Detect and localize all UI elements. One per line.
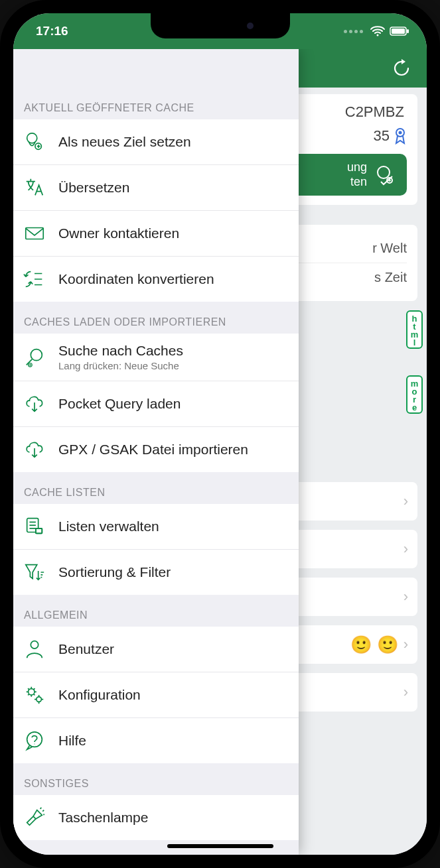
menu-label: GPX / GSAK Datei importieren bbox=[58, 442, 291, 458]
menu-label: Pocket Query laden bbox=[58, 396, 291, 412]
status-time: 17:16 bbox=[36, 24, 68, 38]
menu-item-pocket-query[interactable]: Pocket Query laden bbox=[13, 381, 299, 427]
menu-label: Listen verwalten bbox=[58, 519, 291, 534]
section-header: CACHE LISTEN bbox=[13, 472, 299, 504]
menu-item-convert-coords[interactable]: Koordinaten konvertieren bbox=[13, 257, 299, 302]
cloud-download-icon bbox=[21, 391, 48, 417]
section-header: ALLGEMEIN bbox=[13, 595, 299, 627]
translate-icon bbox=[21, 174, 48, 201]
notch bbox=[151, 13, 290, 38]
menu-label: Benutzer bbox=[58, 641, 291, 657]
help-icon bbox=[21, 727, 48, 754]
home-indicator[interactable] bbox=[167, 844, 273, 848]
funnel-icon bbox=[21, 559, 48, 586]
menu-item-contact-owner[interactable]: Owner kontaktieren bbox=[13, 211, 299, 257]
menu-label: Owner kontaktieren bbox=[58, 225, 291, 241]
svg-point-18 bbox=[37, 697, 42, 702]
section-header: AKTUELL GEÖFFNETER CACHE bbox=[13, 88, 299, 119]
svg-point-11 bbox=[31, 349, 42, 360]
menu-sublabel: Lang drücken: Neue Suche bbox=[58, 360, 291, 371]
section-header: SONSTIGES bbox=[13, 763, 299, 795]
battery-icon bbox=[390, 27, 409, 36]
menu-item-manage-lists[interactable]: Listen verwalten bbox=[13, 504, 299, 550]
side-drawer: AKTUELL GEÖFFNETER CACHE Als neues Ziel … bbox=[13, 49, 299, 855]
menu-item-set-target[interactable]: Als neues Ziel setzen bbox=[13, 119, 299, 165]
svg-rect-10 bbox=[26, 228, 43, 239]
svg-point-6 bbox=[378, 166, 390, 178]
svg-point-0 bbox=[377, 34, 379, 36]
more-badge[interactable]: more bbox=[406, 375, 423, 414]
main-area: C2PMBZ 35 ung ten r Welt s bbox=[13, 88, 427, 855]
menu-label: Hilfe bbox=[58, 733, 291, 749]
mail-icon bbox=[21, 220, 48, 247]
menu-label: Koordinaten konvertieren bbox=[58, 271, 291, 287]
svg-rect-2 bbox=[392, 29, 405, 34]
list-manage-icon bbox=[21, 513, 48, 540]
menu-item-gpx-import[interactable]: GPX / GSAK Datei importieren bbox=[13, 427, 299, 472]
section-header: CACHES LADEN ODER IMPORTIEREN bbox=[13, 302, 299, 334]
menu-item-search-caches[interactable]: Suche nach Caches Lang drücken: Neue Suc… bbox=[13, 334, 299, 381]
svg-rect-14 bbox=[36, 528, 42, 534]
target-pin-icon bbox=[374, 163, 398, 187]
svg-point-8 bbox=[27, 133, 37, 143]
menu-label: Sortierung & Filter bbox=[58, 564, 291, 580]
menu-item-help[interactable]: Hilfe bbox=[13, 718, 299, 763]
convert-icon bbox=[21, 266, 48, 292]
flashlight-icon bbox=[21, 804, 48, 831]
status-right bbox=[344, 26, 409, 36]
cloud-download-icon bbox=[21, 436, 48, 463]
html-badge[interactable]: html bbox=[406, 310, 423, 349]
menu-label: Übersetzen bbox=[58, 180, 291, 196]
phone-frame: 17:16 C2PMBZ 35 bbox=[0, 0, 440, 868]
svg-point-16 bbox=[31, 641, 38, 649]
menu-label: Suche nach Caches bbox=[58, 343, 291, 359]
target-pin-icon bbox=[21, 129, 48, 155]
search-icon bbox=[21, 344, 48, 371]
refresh-icon[interactable] bbox=[391, 58, 412, 79]
menu-label: Konfiguration bbox=[58, 687, 291, 703]
ribbon-icon bbox=[394, 127, 407, 145]
menu-item-user[interactable]: Benutzer bbox=[13, 627, 299, 672]
phone-screen: 17:16 C2PMBZ 35 bbox=[13, 13, 427, 855]
menu-label: Als neues Ziel setzen bbox=[58, 134, 291, 150]
menu-item-flashlight[interactable]: Taschenlampe bbox=[13, 795, 299, 840]
wifi-icon bbox=[370, 26, 385, 36]
menu-item-translate[interactable]: Übersetzen bbox=[13, 165, 299, 211]
svg-point-5 bbox=[399, 131, 402, 135]
menu-label: Taschenlampe bbox=[58, 810, 291, 826]
menu-item-sort-filter[interactable]: Sortierung & Filter bbox=[13, 550, 299, 595]
menu-item-config[interactable]: Konfiguration bbox=[13, 672, 299, 718]
svg-rect-3 bbox=[407, 29, 409, 33]
user-icon bbox=[21, 636, 48, 662]
side-badges: html more bbox=[406, 310, 423, 414]
gears-icon bbox=[21, 682, 48, 708]
svg-point-19 bbox=[27, 732, 42, 747]
